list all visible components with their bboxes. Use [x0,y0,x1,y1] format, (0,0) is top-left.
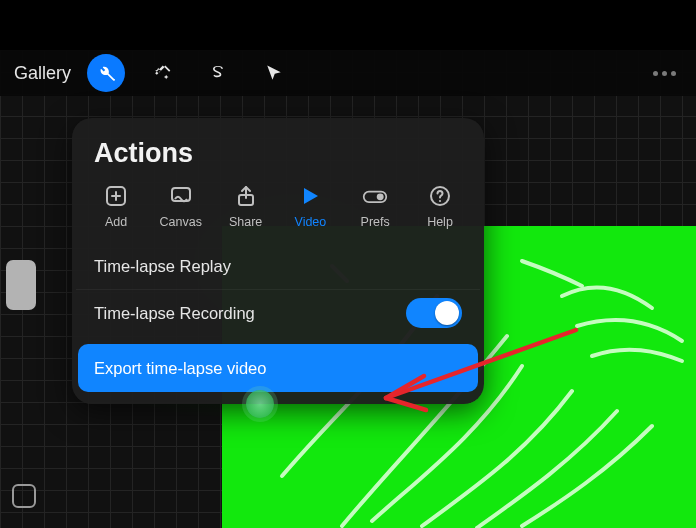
row-timelapse-replay[interactable]: Time-lapse Replay [72,243,484,289]
tab-canvas[interactable]: Canvas [153,183,209,229]
tab-canvas-label: Canvas [160,215,202,229]
tab-prefs-label: Prefs [361,215,390,229]
prefs-toggle-icon [362,183,388,209]
row-timelapse-recording-label: Time-lapse Recording [94,304,255,323]
actions-tabs: Add Canvas Share Video Prefs [72,183,484,243]
row-timelapse-recording[interactable]: Time-lapse Recording [72,290,484,336]
more-menu-button[interactable] [653,71,682,76]
tab-share[interactable]: Share [218,183,274,229]
help-icon [427,183,453,209]
tab-prefs[interactable]: Prefs [347,183,403,229]
recording-toggle[interactable] [406,298,462,328]
canvas-icon [168,183,194,209]
actions-popover: Actions Add Canvas Share Video [72,118,484,404]
wrench-icon [96,63,116,83]
magic-wand-icon [152,63,172,83]
row-timelapse-replay-label: Time-lapse Replay [94,257,231,276]
row-export-timelapse-label: Export time-lapse video [94,359,266,378]
top-toolbar: Gallery [0,50,696,96]
tab-video[interactable]: Video [282,183,338,229]
side-slider-handle[interactable] [6,260,36,310]
tab-help[interactable]: Help [412,183,468,229]
wrench-button[interactable] [87,54,125,92]
selection-s-icon [208,63,228,83]
share-icon [233,183,259,209]
actions-title: Actions [72,134,484,183]
svg-point-6 [439,200,441,202]
play-icon [297,183,323,209]
gallery-button[interactable]: Gallery [14,63,71,84]
tab-add[interactable]: Add [88,183,144,229]
cursor-arrow-icon [265,64,283,82]
transform-arrow-button[interactable] [255,54,293,92]
home-indicator-icon [12,484,36,508]
tab-share-label: Share [229,215,262,229]
row-export-timelapse[interactable]: Export time-lapse video [78,344,478,392]
tab-add-label: Add [105,215,127,229]
recording-toggle-knob [435,301,459,325]
letterbox [0,0,696,50]
magic-wand-button[interactable] [143,54,181,92]
tab-help-label: Help [427,215,453,229]
tab-video-label: Video [295,215,327,229]
selection-button[interactable] [199,54,237,92]
svg-point-4 [377,193,384,200]
add-icon [103,183,129,209]
